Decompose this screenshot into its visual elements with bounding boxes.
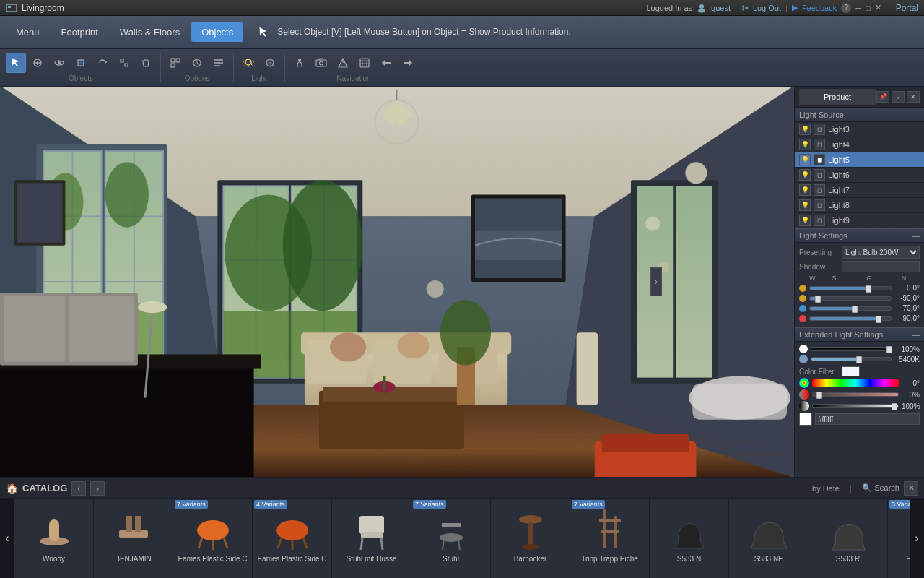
slider3-handle[interactable] bbox=[852, 306, 858, 313]
catalog-nav-next[interactable]: › bbox=[90, 481, 105, 496]
extended-light-collapse[interactable]: — bbox=[912, 330, 920, 339]
catalog-item-s533r[interactable]: S533 R bbox=[808, 499, 888, 578]
slider3-track[interactable] bbox=[809, 306, 892, 311]
logout-icon bbox=[741, 4, 749, 12]
slider4-handle[interactable] bbox=[876, 316, 881, 323]
color-filter-swatch[interactable] bbox=[842, 366, 860, 376]
shadow-input[interactable]: 1 bbox=[842, 261, 920, 272]
panel-icon-pin[interactable]: 📌 bbox=[876, 91, 889, 103]
benjamin-name: BENJAMIN bbox=[115, 555, 152, 563]
delete-tool-btn[interactable] bbox=[136, 53, 156, 73]
brightness-track[interactable] bbox=[811, 347, 892, 351]
catalog-next-arrow[interactable]: › bbox=[910, 499, 924, 578]
light-item-light6[interactable]: 💡 ◻ Light6 bbox=[795, 168, 924, 183]
value-handle[interactable] bbox=[892, 403, 897, 410]
nav-btn-6[interactable] bbox=[398, 53, 418, 73]
feedback-link[interactable]: Feedback bbox=[802, 4, 837, 12]
catalog-item-eames2[interactable]: 4 Variants Eames Plastic Side C bbox=[253, 499, 332, 578]
app-icon bbox=[6, 2, 17, 14]
catalog-item-barhocker[interactable]: Barhocker bbox=[491, 499, 570, 578]
viewport[interactable]: › bbox=[0, 87, 794, 477]
light9-icon: 💡 bbox=[799, 215, 811, 226]
catalog-nav-prev[interactable]: ‹ bbox=[71, 481, 86, 496]
nav-btn-camera[interactable] bbox=[311, 53, 331, 73]
colortemp-handle[interactable] bbox=[856, 356, 862, 363]
catalog-item-benjamin[interactable]: BENJAMIN bbox=[94, 499, 173, 578]
select-tool-btn[interactable] bbox=[6, 53, 26, 73]
light-item-light4[interactable]: 💡 ◻ Light4 bbox=[795, 137, 924, 152]
slider2-track[interactable] bbox=[809, 296, 892, 301]
nav-btn-3[interactable] bbox=[333, 53, 353, 73]
light9-icon2: ◻ bbox=[814, 215, 825, 226]
colortemp-fill bbox=[811, 358, 859, 361]
footprint-button[interactable]: Footprint bbox=[51, 22, 108, 42]
light-item-light5[interactable]: 💡 ◼ Light5 bbox=[795, 152, 924, 168]
portal-label[interactable]: Portal bbox=[896, 3, 918, 13]
saturation-handle[interactable] bbox=[816, 392, 822, 399]
panel-icon-q[interactable]: ? bbox=[892, 91, 905, 103]
catalog-prev-arrow[interactable]: ‹ bbox=[0, 499, 14, 578]
slider4-track[interactable] bbox=[809, 316, 892, 321]
catalog-item-panton[interactable]: 3 Variants Panton Chair bbox=[888, 499, 910, 578]
nav-btn-4[interactable] bbox=[354, 53, 375, 73]
presetting-select[interactable]: Light Bulb 200W bbox=[842, 246, 920, 259]
slider2-handle[interactable] bbox=[815, 296, 821, 303]
catalog-item-stuhl[interactable]: 7 Variants Stuhl bbox=[411, 499, 491, 578]
options-btn-3[interactable] bbox=[209, 53, 229, 73]
slider1-track[interactable] bbox=[809, 286, 892, 290]
orbit-tool-btn[interactable] bbox=[49, 53, 69, 73]
light-settings-collapse[interactable]: — bbox=[912, 231, 920, 240]
help-btn[interactable]: ? bbox=[841, 3, 851, 13]
nav-btn-person[interactable] bbox=[289, 53, 310, 73]
catalog-item-woody[interactable]: Woody bbox=[14, 499, 94, 578]
light-source-collapse[interactable]: — bbox=[912, 111, 920, 119]
light-item-light7[interactable]: 💡 ◻ Light7 bbox=[795, 183, 924, 198]
colortemp-track[interactable] bbox=[811, 357, 892, 361]
light7-icon: 💡 bbox=[799, 184, 811, 196]
slider2-icon bbox=[799, 295, 806, 302]
walls-floors-button[interactable]: Walls & Floors bbox=[110, 22, 190, 42]
catalog-item-stuhl-husse[interactable]: Stuhl mit Husse bbox=[332, 499, 411, 578]
menu-button[interactable]: Menu bbox=[6, 22, 50, 42]
maximize-btn[interactable]: □ bbox=[866, 4, 871, 12]
catalog-item-tripp-trapp[interactable]: 7 Variants Tripp Trapp Eiche bbox=[570, 499, 650, 578]
light-item-light3[interactable]: 💡 ◻ Light3 bbox=[795, 122, 924, 137]
sort-separator: | bbox=[850, 483, 852, 493]
panel-collapse-arrow[interactable]: › bbox=[650, 267, 662, 296]
catalog-search[interactable]: 🔍 Search bbox=[862, 483, 899, 493]
light-btn-1[interactable] bbox=[238, 53, 258, 73]
nav-btn-5[interactable] bbox=[376, 53, 396, 73]
product-tab[interactable]: Product bbox=[799, 89, 876, 105]
catalog-item-s533n[interactable]: S533 N bbox=[650, 499, 729, 578]
panel-icon-x[interactable]: ✕ bbox=[907, 91, 920, 103]
objects-button[interactable]: Objects bbox=[191, 22, 243, 42]
svg-point-12 bbox=[245, 59, 251, 65]
eames1-name: Eames Plastic Side C bbox=[178, 555, 247, 563]
pan-tool-btn[interactable] bbox=[71, 53, 91, 73]
options-btn-1[interactable] bbox=[165, 53, 186, 73]
value-track[interactable] bbox=[812, 404, 899, 408]
options-btn-2[interactable] bbox=[187, 53, 207, 73]
light-item-light9[interactable]: 💡 ◻ Light9 bbox=[795, 213, 924, 228]
rotate-tool-btn[interactable] bbox=[92, 53, 113, 73]
close-btn[interactable]: ✕ bbox=[875, 3, 881, 12]
move-tool-btn[interactable] bbox=[27, 53, 48, 73]
scale-tool-btn[interactable] bbox=[114, 53, 134, 73]
rainbow-bar[interactable] bbox=[812, 379, 899, 387]
brightness-handle[interactable] bbox=[886, 346, 892, 353]
eames2-variants: 4 Variants bbox=[254, 500, 287, 509]
light-btn-2[interactable] bbox=[260, 53, 280, 73]
catalog-collapse-arrow[interactable]: ✕ bbox=[904, 481, 918, 496]
color-preview[interactable] bbox=[799, 413, 812, 426]
catalog-item-s533nf[interactable]: S533 NF bbox=[729, 499, 808, 578]
woody-name: Woody bbox=[43, 555, 65, 563]
light-item-light8[interactable]: 💡 ◻ Light8 bbox=[795, 198, 924, 213]
slider1-handle[interactable] bbox=[866, 285, 871, 293]
hex-input[interactable]: #ffffff bbox=[815, 413, 920, 425]
minimize-btn[interactable]: ─ bbox=[855, 4, 861, 12]
username-link[interactable]: guest bbox=[711, 4, 731, 12]
saturation-track[interactable] bbox=[812, 392, 899, 397]
catalog-sort[interactable]: ↓ by Date bbox=[806, 484, 839, 493]
logout-link[interactable]: Log Out bbox=[753, 4, 781, 12]
catalog-item-eames1[interactable]: 7 Variants Eames Plastic Side C bbox=[173, 499, 253, 578]
